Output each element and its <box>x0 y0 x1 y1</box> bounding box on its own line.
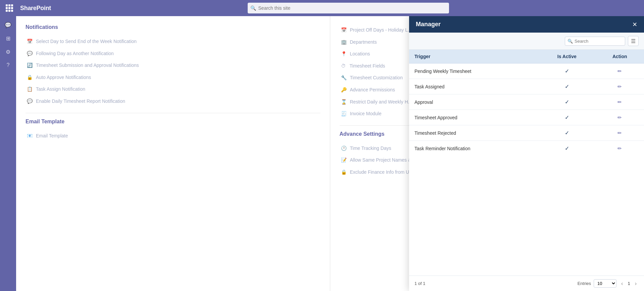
refresh-icon: 🔄 <box>27 63 33 68</box>
is-active-cell: ✓ <box>538 141 595 156</box>
action-cell: ✏ <box>595 64 644 79</box>
trigger-cell: Task Assigned <box>409 79 538 94</box>
action-cell: ✏ <box>595 141 644 156</box>
sidebar-icons: 💬 ⊞ ⚙ ? <box>0 16 16 291</box>
menu-item-following-day[interactable]: 💬 Following Day as Another Notification <box>26 48 320 60</box>
key-icon: 🔑 <box>341 87 347 92</box>
menu-label: Timesheet Submission and Approval Notifi… <box>36 62 139 69</box>
table-header-row: Trigger Is Active Action <box>409 50 644 64</box>
menu-label: Timesheet Customization <box>350 75 403 81</box>
trigger-cell: Timesheet Rejected <box>409 125 538 141</box>
check-icon: ✓ <box>565 146 569 151</box>
check-icon: ✓ <box>565 99 569 105</box>
manager-table: Trigger Is Active Action Pending Weekly … <box>409 50 644 276</box>
top-bar: SharePoint 🔍 <box>0 0 644 16</box>
action-cell: ✏ <box>595 94 644 110</box>
menu-item-daily-report[interactable]: 💬 Enable Daily Timesheet Report Notifica… <box>26 95 320 108</box>
check-icon: ✓ <box>565 68 569 74</box>
menu-label: Select Day to Send End of the Week Notif… <box>36 38 137 45</box>
sidebar-grid-btn[interactable]: ⊞ <box>2 32 14 44</box>
edit-icon[interactable]: ✏ <box>617 130 622 136</box>
section-divider <box>26 113 320 113</box>
app-logo: SharePoint <box>20 5 51 12</box>
building-icon: 🏢 <box>341 39 347 45</box>
trigger-cell: Timesheet Approved <box>409 110 538 125</box>
action-cell: ✏ <box>595 125 644 141</box>
calendar-icon: 📅 <box>27 39 33 44</box>
manager-search-icon: 🔍 <box>567 39 573 44</box>
menu-item-auto-approve[interactable]: 🔒 Auto Approve Notifications <box>26 72 320 84</box>
table-row: Task Assigned ✓ ✏ <box>409 79 644 94</box>
edit-icon[interactable]: ✏ <box>617 115 622 120</box>
manager-search-wrap: 🔍 <box>565 37 625 46</box>
email-template-title: Email Template <box>26 119 320 125</box>
customize-icon: 🔧 <box>341 75 347 80</box>
manager-header: Manager ✕ <box>409 16 644 33</box>
menu-item-send-week-notification[interactable]: 📅 Select Day to Send End of the Week Not… <box>26 36 320 48</box>
menu-item-timesheet-submission[interactable]: 🔄 Timesheet Submission and Approval Noti… <box>26 59 320 72</box>
top-search-icon: 🔍 <box>250 5 256 11</box>
prev-page-button[interactable]: ‹ <box>619 280 625 287</box>
clipboard-icon: 📋 <box>27 86 33 92</box>
trigger-cell: Approval <box>409 94 538 110</box>
page-number: 1 <box>628 281 630 286</box>
table-row: Approval ✓ ✏ <box>409 94 644 110</box>
edit-icon[interactable]: ✏ <box>617 146 622 151</box>
location-icon: 📍 <box>341 51 347 56</box>
manager-title: Manager <box>416 21 441 28</box>
invoice-icon: 🧾 <box>341 111 347 116</box>
table-row: Timesheet Rejected ✓ ✏ <box>409 125 644 141</box>
edit-icon[interactable]: ✏ <box>617 68 622 74</box>
chat2-icon: 💬 <box>27 98 33 104</box>
sidebar-help-btn[interactable]: ? <box>2 59 14 71</box>
top-search-area: 🔍 <box>248 3 449 13</box>
menu-label: Time Tracking Days <box>350 145 391 152</box>
manager-panel: Manager ✕ 🔍 ☰ Trigger Is Active Action <box>409 16 644 291</box>
trigger-cell: Pending Weekly Timesheet <box>409 64 538 79</box>
is-active-cell: ✓ <box>538 94 595 110</box>
table-row: Task Reminder Notification ✓ ✏ <box>409 141 644 156</box>
table-row: Timesheet Approved ✓ ✏ <box>409 110 644 125</box>
notifications-table: Trigger Is Active Action Pending Weekly … <box>409 50 644 156</box>
next-page-button[interactable]: › <box>633 280 639 287</box>
manager-search-input[interactable] <box>565 37 625 46</box>
menu-label: Restrict Daily and Weekly H... <box>350 99 412 106</box>
content-area: Notifications 📅 Select Day to Send End o… <box>16 16 644 291</box>
entries-label: Entries <box>578 281 591 286</box>
entries-select[interactable]: 102550100 <box>594 279 616 288</box>
clock-icon: 🕐 <box>341 146 347 151</box>
menu-label: Task Assign Notification <box>36 86 85 93</box>
menu-label: Following Day as Another Notification <box>36 50 114 57</box>
menu-label: Locations <box>350 51 370 57</box>
check-icon: ✓ <box>565 130 569 136</box>
email-icon: 📧 <box>27 133 33 138</box>
action-cell: ✏ <box>595 79 644 94</box>
col-trigger: Trigger <box>409 50 538 64</box>
menu-label: Invoice Module <box>350 111 382 117</box>
manager-close-button[interactable]: ✕ <box>632 22 637 28</box>
check-icon: ✓ <box>565 115 569 120</box>
menu-item-task-assign[interactable]: 📋 Task Assign Notification <box>26 83 320 95</box>
is-active-cell: ✓ <box>538 110 595 125</box>
action-cell: ✏ <box>595 110 644 125</box>
top-search-input[interactable] <box>248 3 449 13</box>
manager-toolbar: 🔍 ☰ <box>409 33 644 50</box>
lock2-icon: 🔒 <box>341 169 347 175</box>
sidebar-settings-btn[interactable]: ⚙ <box>2 46 14 58</box>
sidebar-chat-btn[interactable]: 💬 <box>2 19 14 31</box>
manager-footer: 1 of 1 Entries 102550100 ‹ 1 › <box>409 276 644 291</box>
menu-label: Timesheet Fields <box>350 63 385 70</box>
edit-icon[interactable]: ✏ <box>617 84 622 89</box>
manager-menu-button[interactable]: ☰ <box>628 36 639 46</box>
menu-label: Advance Permissions <box>350 87 395 93</box>
app-launcher[interactable] <box>4 3 15 13</box>
menu-item-email-template[interactable]: 📧 Email Template <box>26 130 320 142</box>
menu-label: Auto Approve Notifications <box>36 74 91 81</box>
trigger-cell: Task Reminder Notification <box>409 141 538 156</box>
is-active-cell: ✓ <box>538 79 595 94</box>
pagination-controls: Entries 102550100 ‹ 1 › <box>578 279 639 288</box>
hourglass-icon: ⌛ <box>341 99 347 105</box>
edit-icon[interactable]: ✏ <box>617 99 622 105</box>
pagination-info: 1 of 1 <box>414 281 426 286</box>
menu-label: Email Template <box>36 133 68 139</box>
